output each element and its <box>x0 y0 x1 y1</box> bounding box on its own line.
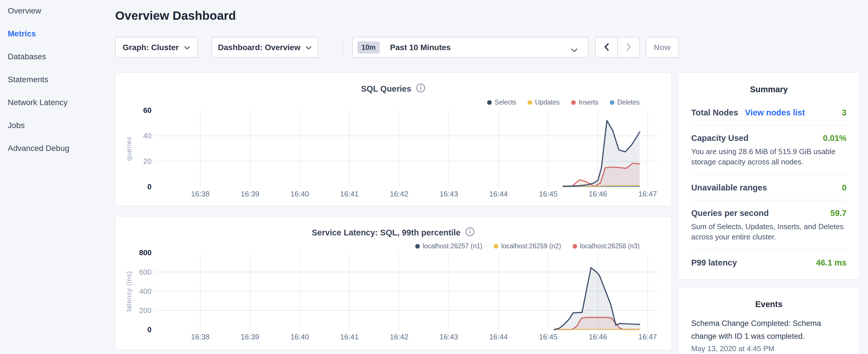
summary-title: Summary <box>679 85 859 94</box>
svg-text:16:45: 16:45 <box>539 190 558 198</box>
svg-text:400: 400 <box>139 287 151 295</box>
summary-row-p99-latency: P99 latency46.1 ms <box>691 250 846 275</box>
time-forward-button[interactable] <box>618 37 639 57</box>
svg-text:16:43: 16:43 <box>440 190 458 198</box>
time-range-badge: 10m <box>358 41 380 54</box>
sidebar-item-jobs[interactable]: Jobs <box>8 120 25 131</box>
chevron-right-icon <box>625 42 632 53</box>
svg-text:16:43: 16:43 <box>440 333 458 341</box>
svg-text:16:39: 16:39 <box>241 333 259 341</box>
svg-text:16:47: 16:47 <box>639 333 657 341</box>
summary-row-label: Queries per second <box>691 208 769 218</box>
svg-text:16:38: 16:38 <box>191 333 210 341</box>
event-item-timestamp: May 13, 2020 at 4:45 PM <box>691 344 846 353</box>
svg-text:0: 0 <box>147 183 151 191</box>
svg-text:16:42: 16:42 <box>390 190 408 198</box>
summary-row-label: P99 latency <box>691 258 737 267</box>
summary-row-subtext: Sum of Selects, Updates, Inserts, and De… <box>691 221 846 242</box>
sidebar-item-databases[interactable]: Databases <box>8 52 46 62</box>
time-range-dropdown[interactable]: 10m Past 10 Minutes <box>352 37 589 58</box>
sql-queries-plot[interactable]: 16:3816:3916:4016:4116:4216:4316:4416:45… <box>116 73 671 206</box>
summary-panel: Summary Total NodesView nodes list3Capac… <box>678 72 859 280</box>
svg-text:16:44: 16:44 <box>489 333 508 341</box>
svg-text:16:41: 16:41 <box>340 190 359 198</box>
sql-queries-chart-card: SQL Queries SelectsUpdatesInsertsDeletes… <box>115 72 672 206</box>
summary-row-subtext: You are using 28.6 MiB of 515.9 GiB usab… <box>691 147 846 167</box>
chevron-down-icon <box>571 45 578 55</box>
time-range-label: Past 10 Minutes <box>390 43 451 52</box>
page-title: Overview Dashboard <box>115 9 236 23</box>
svg-text:16:40: 16:40 <box>290 190 309 198</box>
svg-text:800: 800 <box>139 249 151 257</box>
events-title: Events <box>679 299 859 309</box>
summary-row-label: Total Nodes <box>691 108 738 118</box>
sidebar-item-metrics[interactable]: Metrics <box>8 29 36 39</box>
view-nodes-list-link[interactable]: View nodes list <box>745 108 805 118</box>
service-latency-plot[interactable]: 16:3816:3916:4016:4116:4216:4316:4416:45… <box>116 217 671 350</box>
time-step-button-group <box>595 37 640 58</box>
dashboard-dropdown-label: Dashboard: Overview <box>218 43 301 52</box>
summary-rows: Total NodesView nodes list3Capacity Used… <box>679 100 859 275</box>
summary-row-value: 0.01% <box>823 133 846 143</box>
summary-row-total-nodes: Total NodesView nodes list3 <box>691 100 846 125</box>
svg-text:16:40: 16:40 <box>290 333 309 341</box>
summary-row-unavailable-ranges: Unavailable ranges0 <box>691 175 846 200</box>
summary-row-value: 46.1 ms <box>816 258 846 267</box>
svg-text:40: 40 <box>143 132 152 140</box>
event-item-text[interactable]: Schema Change Completed: Schema change w… <box>691 317 846 343</box>
svg-text:16:41: 16:41 <box>340 333 359 341</box>
svg-text:16:42: 16:42 <box>390 333 408 341</box>
svg-text:0: 0 <box>147 326 151 334</box>
events-panel: Events Schema Change Completed: Schema c… <box>678 287 859 354</box>
summary-row-capacity-used: Capacity Used0.01%You are using 28.6 MiB… <box>691 125 846 175</box>
graph-dropdown-label: Graph: Cluster <box>123 43 179 52</box>
svg-text:60: 60 <box>143 106 152 114</box>
sidebar-item-overview[interactable]: Overview <box>8 6 41 16</box>
svg-text:queries: queries <box>125 136 133 161</box>
summary-row-value: 59.7 <box>831 208 846 218</box>
svg-text:16:45: 16:45 <box>539 333 558 341</box>
now-button[interactable]: Now <box>646 37 679 58</box>
svg-text:latency (ms): latency (ms) <box>125 271 133 312</box>
chevron-left-icon <box>603 42 610 53</box>
service-latency-chart-card: Service Latency: SQL, 99th percentile lo… <box>115 216 672 350</box>
summary-row-value: 3 <box>842 108 846 118</box>
svg-text:16:44: 16:44 <box>489 190 508 198</box>
sidebar-item-statements[interactable]: Statements <box>8 74 49 85</box>
sidebar-item-network-latency[interactable]: Network Latency <box>8 97 68 108</box>
svg-text:16:39: 16:39 <box>241 190 259 198</box>
svg-text:16:47: 16:47 <box>639 190 657 198</box>
svg-text:20: 20 <box>143 157 152 165</box>
sidebar-item-advanced-debug[interactable]: Advanced Debug <box>8 143 69 154</box>
svg-text:200: 200 <box>139 307 151 315</box>
svg-text:600: 600 <box>139 268 151 276</box>
svg-text:16:38: 16:38 <box>191 190 210 198</box>
dashboard-dropdown[interactable]: Dashboard: Overview <box>212 37 318 58</box>
summary-row-label: Capacity Used <box>691 133 748 143</box>
svg-text:16:46: 16:46 <box>589 190 607 198</box>
summary-row-label: Unavailable ranges <box>691 183 767 192</box>
graph-dropdown[interactable]: Graph: Cluster <box>115 37 198 58</box>
time-back-button[interactable] <box>596 37 618 57</box>
summary-row-queries-per-second: Queries per second59.7Sum of Selects, Up… <box>691 200 846 250</box>
summary-row-value: 0 <box>842 183 846 192</box>
svg-text:16:46: 16:46 <box>589 333 607 341</box>
toolbar-divider <box>342 39 343 56</box>
chevron-down-icon <box>306 43 312 52</box>
chevron-down-icon <box>184 43 190 52</box>
